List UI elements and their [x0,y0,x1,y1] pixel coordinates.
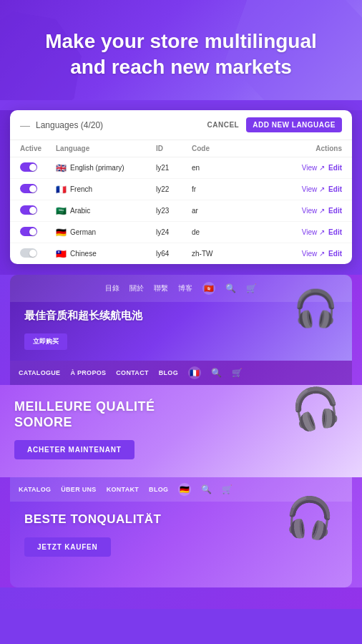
cn-content: 🎧 最佳音质和超长续航电池 立即购买 [10,302,352,361]
actions-chinese: View ↗ Edit [235,250,342,258]
table-header: Active Language ID Code Actions [10,140,352,157]
de-nav-about: ÜBER UNS [61,486,96,493]
de-content: 🎧 BESTE TONQUALITÄT JETZT KAUFEN [10,502,352,587]
cn-nav-contact: 聯繫 [154,283,168,293]
de-headline: BESTE TONQUALITÄT [24,512,182,527]
edit-german[interactable]: Edit [328,228,342,236]
code-french: fr [192,185,235,193]
fr-airpods-image: 🎧 [288,385,344,435]
cn-search-icon[interactable]: 🔍 [225,283,236,293]
code-arabic: ar [192,207,235,215]
actions-english: View ↗ Edit [235,164,342,172]
table-row: 🇸🇦 Arabic ly23 ar View ↗ Edit [10,200,352,222]
id-arabic: ly23 [156,207,192,215]
id-english: ly21 [156,164,192,172]
fr-cart-icon[interactable]: 🛒 [232,368,243,378]
code-chinese: zh-TW [192,250,235,258]
lang-chinese: 🇹🇼 Chinese [56,249,156,259]
code-english: en [192,164,235,172]
hero-section: Make your store multilingual and reach n… [0,0,362,100]
id-chinese: ly64 [156,250,192,258]
lang-arabic: 🇸🇦 Arabic [56,206,156,216]
cn-nav-blog: 博客 [178,283,192,293]
toggle-french[interactable] [20,184,37,193]
hero-title-line1: Make your store multilingual [45,30,317,52]
preview-cn: 目錄 關於 聯繫 博客 🇭🇰 🔍 🛒 🎧 最佳音质和超长续航电池 立即购买 [10,275,352,361]
edit-chinese[interactable]: Edit [328,250,342,258]
fr-nav-bar: CATALOGUE À PROPOS CONTACT BLOG 🇫🇷 🔍 🛒 [10,361,352,385]
de-cart-icon[interactable]: 🛒 [222,484,233,494]
edit-english[interactable]: Edit [328,164,342,172]
fr-flag: 🇫🇷 [188,366,201,379]
cn-buy-button[interactable]: 立即购买 [24,333,67,350]
actions-german: View ↗ Edit [235,228,342,236]
fr-nav-contact: CONTACT [116,369,148,376]
view-chinese[interactable]: View ↗ [302,250,325,258]
preview-de: KATALOG ÜBER UNS KONTAKT BLOG 🇩🇪 🔍 🛒 🎧 B… [10,477,352,587]
de-buy-button[interactable]: JETZT KAUFEN [24,537,111,557]
fr-content: 🎧 MEILLEURE QUALITÉ SONORE ACHETER MAINT… [0,385,362,474]
lang-german: 🇩🇪 German [56,228,156,238]
hero-title-line2: and reach new markets [70,56,292,78]
languages-panel: — Languages (4/20) CANCEL ADD NEW LANGUA… [10,110,352,264]
col-active: Active [20,145,56,152]
fr-nav-blog: BLOG [159,369,178,376]
lang-french: 🇫🇷 French [56,185,156,195]
col-code: Code [192,145,235,152]
toggle-chinese[interactable] [20,248,37,258]
col-actions: Actions [235,145,342,152]
view-german[interactable]: View ↗ [302,228,325,236]
panel-header: — Languages (4/20) CANCEL ADD NEW LANGUA… [10,110,352,140]
bottom-padding [0,587,362,609]
de-search-icon[interactable]: 🔍 [201,484,212,494]
toggle-english[interactable] [20,162,37,172]
store-previews: 目錄 關於 聯繫 博客 🇭🇰 🔍 🛒 🎧 最佳音质和超长续航电池 立即购买 CA… [0,275,362,587]
col-id: ID [156,145,192,152]
view-english[interactable]: View ↗ [302,164,325,172]
panel-header-left: — Languages (4/20) [20,119,103,131]
fr-nav-catalogue: CATALOGUE [19,369,60,376]
languages-count-label: Languages (4/20) [36,120,103,130]
preview-fr: 🎧 MEILLEURE QUALITÉ SONORE ACHETER MAINT… [0,385,362,477]
cancel-button[interactable]: CANCEL [207,121,240,129]
add-language-button[interactable]: ADD NEW LANGUAGE [246,117,342,132]
hero-title: Make your store multilingual and reach n… [14,29,348,81]
panel-header-actions: CANCEL ADD NEW LANGUAGE [207,117,342,132]
cn-flag: 🇭🇰 [202,282,215,295]
table-row: 🇬🇧 English (primary) ly21 en View ↗ Edit [10,157,352,179]
table-row: 🇫🇷 French ly22 fr View ↗ Edit [10,179,352,200]
de-nav-katalog: KATALOG [19,486,51,493]
toggle-arabic[interactable] [20,205,37,215]
code-german: de [192,228,235,236]
actions-arabic: View ↗ Edit [235,207,342,215]
de-airpods-image: 🎧 [283,492,336,543]
toggle-german[interactable] [20,227,37,236]
cn-cart-icon[interactable]: 🛒 [246,283,257,293]
actions-french: View ↗ Edit [235,185,342,193]
edit-arabic[interactable]: Edit [328,207,342,215]
cn-headline: 最佳音质和超长续航电池 [24,309,338,323]
fr-search-icon[interactable]: 🔍 [211,368,222,378]
col-language: Language [56,145,156,152]
cn-airpods-image: 🎧 [293,288,338,329]
table-row: 🇹🇼 Chinese ly64 zh-TW View ↗ Edit [10,243,352,264]
cn-nav-about: 關於 [129,283,144,293]
id-german: ly24 [156,228,192,236]
edit-french[interactable]: Edit [328,185,342,193]
panel-dash: — [20,119,30,131]
id-french: ly22 [156,185,192,193]
de-flag: 🇩🇪 [178,483,191,496]
view-arabic[interactable]: View ↗ [302,207,325,215]
view-french[interactable]: View ↗ [302,185,325,193]
de-nav-blog: BLOG [149,486,168,493]
fr-headline: MEILLEURE QUALITÉ SONORE [14,399,172,430]
lang-english: 🇬🇧 English (primary) [56,163,156,173]
fr-nav-about: À PROPOS [70,369,106,376]
table-row: 🇩🇪 German ly24 de View ↗ Edit [10,222,352,243]
fr-buy-button[interactable]: ACHETER MAINTENANT [14,440,134,459]
de-nav-kontakt: KONTAKT [107,486,139,493]
cn-nav-catalogue: 目錄 [105,283,119,293]
